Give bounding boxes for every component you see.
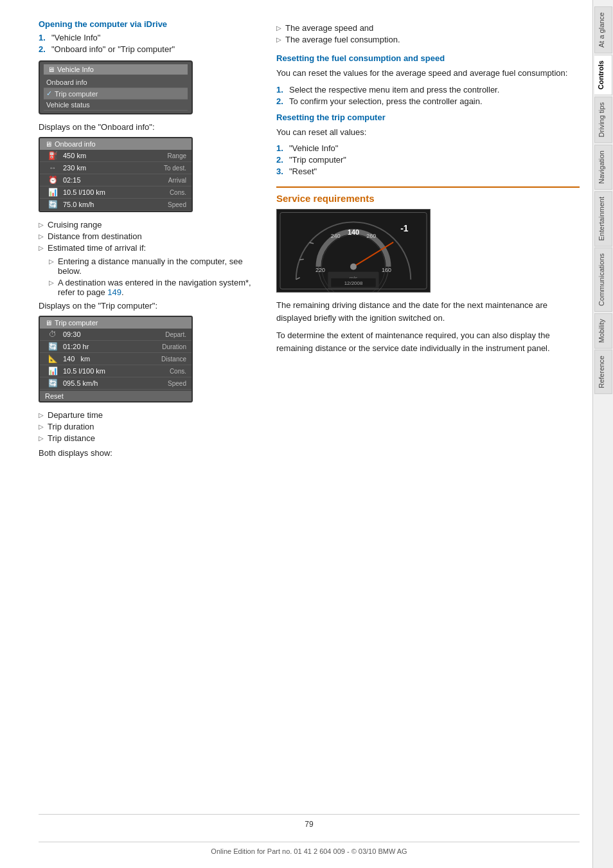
service-section: Service requirements [276,186,580,354]
sub-text-entering: Entering a distance manually in the comp… [58,257,257,276]
vehicle-info-screen: 🖥 Vehicle Info Onboard info ✓ Trip compu… [39,60,193,114]
trip-cons-value: 10.5 l/100 km [60,367,151,375]
trip-row-speed: 🔄 095.5 km/h Speed [40,377,191,390]
screen-row-onboard-label: Onboard info [46,78,185,86]
duration-icon: 🔄 [45,342,60,351]
step-text-1: "Vehicle Info" [51,33,100,42]
trip-reset-text-3: "Reset" [289,167,317,176]
onboard-title-text: Onboard info [55,140,96,148]
svg-text:-1: -1 [400,223,409,233]
dest-value: 230 km [60,164,151,172]
svg-text:260: 260 [366,233,376,239]
tab-entertainment[interactable]: Entertainment [594,191,612,246]
onboard-bullets: ▷ Cruising range ▷ Distance from destina… [39,220,257,253]
resetting-trip-heading: Resetting the trip computer [276,113,580,122]
bullet-text-estimated: Estimated time of arrival if: [48,243,146,253]
dest-icon: ↔ [45,163,60,172]
sub-triangle-2: ▷ [49,279,54,286]
displays-onboard-text: Displays on the "Onboard info": [39,122,257,132]
depart-time-text: Departure time [48,410,103,420]
sub-triangle-1: ▷ [49,258,54,265]
onboard-row-cons: 📊 10.5 l/100 km Cons. [40,186,191,199]
resetting-fuel-heading: Resetting the fuel consumption and speed [276,53,580,63]
trip-reset-text-2: "Trip computer" [289,155,346,165]
trip-reset-bar: Reset [40,391,191,401]
range-icon: ⛽ [45,151,60,160]
onboard-row-arrival: ⏰ 02:15 Arrival [40,174,191,186]
tab-communications[interactable]: Communications [594,248,612,312]
tab-navigation[interactable]: Navigation [594,145,612,190]
screen-row-trip: ✓ Trip computer [44,88,188,100]
both-show-bullets: ▷ The average speed and ▷ The average fu… [276,23,580,44]
trip-speed-icon: 🔄 [45,379,60,388]
left-column: Opening the computer via iDrive 1. "Vehi… [39,19,257,801]
bullet-avg-speed: ▷ The average speed and [276,23,580,33]
reset-label: Reset [45,392,64,400]
resetting-fuel-steps: 1. Select the respective menu item and p… [276,85,580,106]
onboard-info-screen: 🖥 Onboard info ⛽ 450 km Range ↔ 230 km T… [39,137,193,212]
fuel-step-num-1: 1. [276,85,285,95]
tab-mobility[interactable]: Mobility [594,313,612,348]
onboard-row-dest: ↔ 230 km To dest. [40,162,191,174]
screen-title-bar: 🖥 Vehicle Info [44,64,188,75]
cons-label: Cons. [151,189,186,196]
main-content: Opening the computer via iDrive 1. "Vehi… [0,0,592,868]
arrival-label: Arrival [151,177,186,184]
sidebar-tabs: At a glance Controls Driving tips Naviga… [592,0,613,868]
cons-icon: 📊 [45,188,60,197]
bullet-cruising: ▷ Cruising range [39,220,257,230]
bullet-avg-fuel: ▷ The average fuel consumption. [276,35,580,44]
fuel-step-text-1: Select the respective menu item and pres… [289,85,499,95]
page-container: Opening the computer via iDrive 1. "Vehi… [0,0,613,868]
step-text-2: "Onboard info" or "Trip computer" [51,44,175,54]
footer-text: Online Edition for Part no. 01 41 2 604 … [39,842,580,855]
tab-reference[interactable]: Reference [594,350,612,394]
bullet-text-distance: Distance from destination [48,231,142,241]
tab-controls[interactable]: Controls [594,55,612,95]
bullet-depart-time: ▷ Departure time [39,410,257,420]
service-image: 220 240 140 260 160 mls 9999 [276,209,431,293]
trip-dur-triangle: ▷ [39,423,44,430]
trip-reset-step-2: 2. "Trip computer" [276,155,580,165]
depart-triangle: ▷ [39,411,44,419]
svg-text:240: 240 [331,233,341,239]
speed-label: Speed [151,201,186,208]
screen-row-vehicle-label: Vehicle status [46,101,185,109]
onboard-title-bar: 🖥 Onboard info [40,138,191,150]
avg-speed-text: The average speed and [285,23,373,33]
depart-icon: ⏱ [45,330,60,339]
tab-driving-tips[interactable]: Driving tips [594,96,612,143]
onboard-sub-bullets: ▷ Entering a distance manually in the co… [39,257,257,297]
onboard-row-speed: 🔄 75.0 km/h Speed [40,199,191,211]
trip-reset-step-1: 1. "Vehicle Info" [276,143,580,153]
trip-reset-num-1: 1. [276,143,285,153]
speed-value: 75.0 km/h [60,201,151,208]
onboard-title-icon: 🖥 [45,140,52,148]
screen-row-onboard: Onboard info [44,77,188,88]
speedometer-svg: 220 240 140 260 160 mls 9999 [277,209,430,293]
trip-row-depart: ⏱ 09:30 Depart. [40,329,191,341]
cons-value: 10.5 l/100 km [60,188,151,196]
trip-title-bar: 🖥 Trip computer [40,317,191,329]
avg-speed-triangle: ▷ [276,24,281,32]
page-149-link[interactable]: 149 [107,287,121,297]
step-2: 2. "Onboard info" or "Trip computer" [39,44,257,54]
duration-value: 01:20 hr [60,343,151,350]
onboard-row-range: ⛽ 450 km Range [40,150,191,162]
bullet-triangle-1: ▷ [39,221,44,228]
trip-speed-value: 095.5 km/h [60,379,151,387]
trip-distance-icon: 📐 [45,354,60,363]
service-body-1: The remaining driving distance and the d… [276,299,580,324]
screen-row-vehicle: Vehicle status [44,100,188,111]
step-1: 1. "Vehicle Info" [39,33,257,42]
trip-reset-num-2: 2. [276,155,285,165]
trip-row-distance: 📐 140 km Distance [40,353,191,365]
bullet-triangle-3: ▷ [39,244,44,251]
range-value: 450 km [60,152,151,159]
bullet-text-cruising: Cruising range [48,220,102,230]
trip-dur-text: Trip duration [48,422,94,431]
tab-at-a-glance[interactable]: At a glance [594,6,612,53]
depart-value: 09:30 [60,330,151,338]
trip-speed-label: Speed [151,380,186,387]
trip-bullets: ▷ Departure time ▷ Trip duration ▷ Trip … [39,410,257,443]
